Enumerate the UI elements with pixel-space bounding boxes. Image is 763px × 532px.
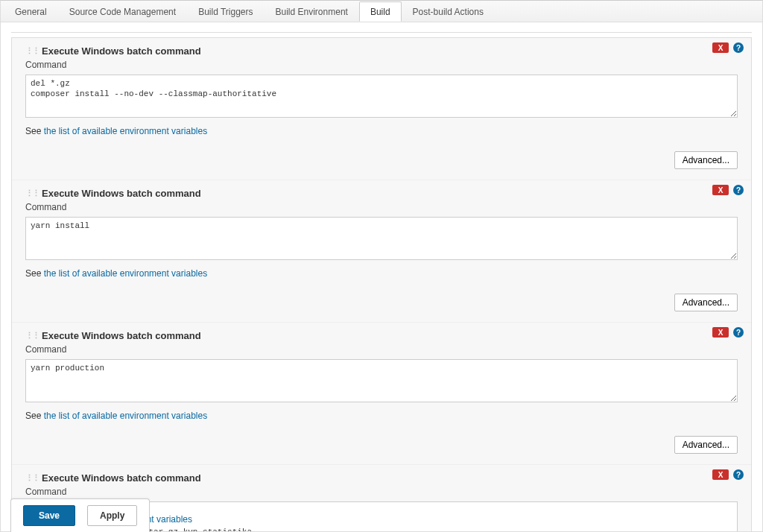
advanced-button[interactable]: Advanced... — [674, 436, 738, 454]
command-textarea[interactable] — [25, 359, 738, 402]
build-step: X?⋮⋮Execute Windows batch commandCommand… — [12, 38, 751, 180]
build-section: X?⋮⋮Execute Windows batch commandCommand… — [0, 22, 763, 532]
step-title: Execute Windows batch command — [42, 188, 201, 199]
env-vars-link[interactable]: the list of available environment variab… — [44, 411, 207, 421]
drag-handle-icon[interactable]: ⋮⋮ — [25, 189, 39, 198]
command-label: Command — [25, 202, 738, 212]
delete-step-button[interactable]: X — [712, 42, 729, 53]
step-title: Execute Windows batch command — [42, 472, 201, 484]
env-vars-note: See the list of available environment va… — [25, 268, 738, 279]
command-label: Command — [25, 487, 738, 497]
apply-button[interactable]: Apply — [87, 505, 137, 526]
step-title: Execute Windows batch command — [42, 45, 201, 57]
step-title: Execute Windows batch command — [42, 330, 201, 341]
help-icon[interactable]: ? — [733, 469, 744, 480]
env-vars-note: See the list of available environment va… — [25, 126, 738, 136]
delete-step-button[interactable]: X — [712, 327, 729, 338]
tab-general[interactable]: General — [4, 1, 58, 21]
delete-step-button[interactable]: X — [712, 469, 729, 480]
advanced-button[interactable]: Advanced... — [674, 151, 738, 169]
env-vars-note: See the list of available environment va… — [25, 411, 738, 421]
build-step: X?⋮⋮Execute Windows batch commandCommand… — [12, 180, 751, 322]
advanced-button[interactable]: Advanced... — [674, 294, 738, 311]
env-vars-link[interactable]: the list of available environment variab… — [44, 268, 207, 279]
tab-post-build-actions[interactable]: Post-build Actions — [402, 1, 495, 21]
drag-handle-icon[interactable]: ⋮⋮ — [25, 331, 39, 341]
config-tabs: GeneralSource Code ManagementBuild Trigg… — [0, 0, 763, 22]
command-textarea[interactable] — [25, 75, 738, 118]
help-icon[interactable]: ? — [733, 185, 744, 195]
tab-source-code-management[interactable]: Source Code Management — [58, 1, 187, 21]
help-icon[interactable]: ? — [733, 42, 744, 53]
command-label: Command — [25, 344, 738, 355]
build-step: X?⋮⋮Execute Windows batch commandCommand… — [12, 322, 751, 464]
command-label: Command — [25, 60, 738, 70]
tab-build-environment[interactable]: Build Environment — [265, 1, 359, 21]
save-button[interactable]: Save — [23, 505, 75, 526]
command-textarea[interactable] — [25, 217, 738, 260]
help-icon[interactable]: ? — [733, 327, 744, 338]
delete-step-button[interactable]: X — [712, 185, 729, 195]
footer-actions: Save Apply — [10, 498, 150, 532]
drag-handle-icon[interactable]: ⋮⋮ — [25, 46, 39, 56]
tab-build[interactable]: Build — [359, 1, 402, 22]
tab-build-triggers[interactable]: Build Triggers — [187, 1, 264, 21]
env-vars-link[interactable]: the list of available environment variab… — [44, 126, 207, 136]
panel-truncated-top — [11, 27, 752, 33]
drag-handle-icon[interactable]: ⋮⋮ — [25, 473, 39, 483]
build-steps-panel: X?⋮⋮Execute Windows batch commandCommand… — [11, 37, 752, 532]
